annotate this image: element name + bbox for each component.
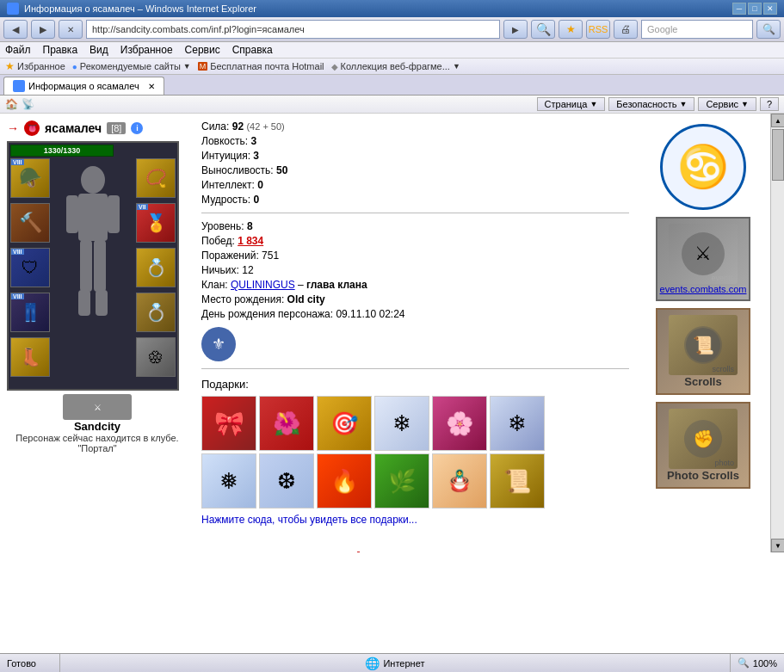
events-link[interactable]: events.combats.com xyxy=(660,284,747,294)
gift-item[interactable]: ❅ xyxy=(201,453,256,509)
menu-edit[interactable]: Правка xyxy=(43,44,78,56)
go-button[interactable]: ▶ xyxy=(503,20,528,39)
level-label: Уровень: xyxy=(201,220,244,232)
guild-badge-icon[interactable]: ⚜ xyxy=(201,327,236,361)
menu-favorites[interactable]: Избранное xyxy=(120,44,173,56)
search-bar[interactable]: Google xyxy=(641,20,753,39)
search-go-button[interactable]: 🔍 xyxy=(756,20,781,39)
print-button[interactable]: 🖨 xyxy=(614,20,638,39)
security-button[interactable]: Безопасность ▼ xyxy=(608,97,694,111)
refresh-stop-button[interactable]: ✕ xyxy=(59,20,83,39)
stat-clan: Клан: QULININGUS – глава клана xyxy=(201,279,629,291)
address-text: http://sandcity.combats.com/inf.pl?login… xyxy=(92,24,494,34)
equipment-grid: 1330/1330 xyxy=(7,141,179,391)
stat-divider-1 xyxy=(201,213,629,213)
address-bar[interactable]: http://sandcity.combats.com/inf.pl?login… xyxy=(86,20,500,39)
scroll-down-button[interactable]: ▼ xyxy=(771,539,784,552)
wins-value[interactable]: 1 834 xyxy=(238,235,263,247)
close-button[interactable]: ✕ xyxy=(763,3,777,15)
character-main: → 👅 ясамалеч [8] i 1330/1330 xyxy=(7,120,763,552)
help-button[interactable]: ? xyxy=(760,97,779,111)
hp-max: 1330 xyxy=(63,146,80,155)
gift-item[interactable]: 📜 xyxy=(490,453,545,509)
restore-button[interactable]: □ xyxy=(748,3,762,15)
char-silhouette xyxy=(59,160,127,332)
minimize-button[interactable]: ─ xyxy=(732,3,746,15)
service-button[interactable]: Сервис ▼ xyxy=(698,97,756,111)
active-tab[interactable]: Информация о ясамалеч ✕ xyxy=(3,77,164,95)
gift-item[interactable]: 🪆 xyxy=(432,453,487,509)
favorites-folder[interactable]: ★ Избранное xyxy=(5,60,65,72)
favorites-star[interactable]: ★ xyxy=(559,20,583,39)
slot-weapon[interactable]: 🔨 xyxy=(10,203,50,243)
gift-item[interactable]: ❆ xyxy=(259,453,314,509)
slot-shield[interactable]: VIII 🛡 xyxy=(10,248,50,287)
collection-link[interactable]: ◆ Коллекция веб-фрагме... ▼ xyxy=(331,61,460,71)
events-banner[interactable]: ⚔ events events.combats.com xyxy=(656,217,750,301)
page-button[interactable]: Страница ▼ xyxy=(537,97,606,111)
slot-badge[interactable]: 🏵 xyxy=(136,337,176,377)
wisdom-value: 0 xyxy=(254,194,260,206)
stat-strength: Сила: 92 (42 + 50) xyxy=(201,120,629,133)
agility-value: 3 xyxy=(250,135,256,147)
gift-item[interactable]: ❄ xyxy=(490,396,545,451)
slot-legs[interactable]: VIII 👖 xyxy=(10,293,50,332)
menu-file[interactable]: Файл xyxy=(5,44,31,56)
scrolls-banner[interactable]: 📜 scrolls Scrolls xyxy=(656,308,750,395)
favorites-label: Избранное xyxy=(17,61,65,71)
search-icon[interactable]: 🔍 xyxy=(531,20,555,39)
strength-label: Сила: xyxy=(201,120,229,133)
slot-amulet[interactable]: 📿 xyxy=(136,158,176,198)
scroll-up-button[interactable]: ▲ xyxy=(771,114,784,127)
menu-service[interactable]: Сервис xyxy=(185,44,220,56)
photo-scrolls-banner[interactable]: ✊ photo Photo Scrolls xyxy=(656,402,750,489)
title-arrow: → xyxy=(7,121,19,135)
left-panel: → 👅 ясамалеч [8] i 1330/1330 xyxy=(7,120,188,552)
agility-label: Ловкость: xyxy=(201,135,248,147)
back-button[interactable]: ◀ xyxy=(3,20,28,39)
gift-item[interactable]: 🎯 xyxy=(317,396,372,451)
slot-armor[interactable]: VII 🏅 xyxy=(136,203,176,243)
info-icon[interactable]: i xyxy=(131,122,143,134)
service-label: Сервис xyxy=(706,99,738,109)
level-value: 8 xyxy=(247,220,253,232)
hotmail-link[interactable]: M Бесплатная почта Hotmail xyxy=(198,61,324,71)
recommended-sites[interactable]: ● Рекомендуемые сайты ▼ xyxy=(72,61,191,71)
gift-item[interactable]: 🌸 xyxy=(432,396,487,451)
gift-item[interactable]: ❄ xyxy=(374,396,429,451)
stat-intuition: Интуиция: 3 xyxy=(201,150,629,162)
svg-rect-1 xyxy=(78,194,108,241)
gift-item[interactable]: 🌿 xyxy=(374,453,429,509)
scrollbar[interactable]: ▲ ▼ xyxy=(770,114,784,552)
page-content: → 👅 ясамалеч [8] i 1330/1330 xyxy=(0,114,770,552)
anketa-section: Анкетные данные xyxy=(201,550,629,552)
intellect-label: Интеллект: xyxy=(201,179,255,191)
tab-close-icon[interactable]: ✕ xyxy=(148,82,155,91)
guild-icon-area: ⚜ xyxy=(201,327,629,361)
strength-extra: (42 + 50) xyxy=(246,121,284,132)
slot-ring2[interactable]: 💍 xyxy=(136,293,176,332)
gift-item[interactable]: 🎀 xyxy=(201,396,256,451)
clan-name-link[interactable]: QULININGUS xyxy=(231,279,295,291)
slot-boots[interactable]: 👢 xyxy=(10,337,50,377)
menu-view[interactable]: Вид xyxy=(90,44,108,56)
gifts-grid: 🎀 🌺 🎯 ❄ 🌸 xyxy=(201,396,546,509)
right-sidebar: ♋ ⚔ events events.combats.com 📜 xyxy=(643,120,763,552)
see-all-gifts-link[interactable]: Нажмите сюда, чтобы увидеть все подарки.… xyxy=(201,514,629,526)
clan-role: глава клана xyxy=(306,279,367,291)
menu-help[interactable]: Справка xyxy=(232,44,273,56)
gift-item[interactable]: 🌺 xyxy=(259,396,314,451)
photo-text-small: photo xyxy=(714,459,734,467)
stat-endurance: Выносливость: 50 xyxy=(201,164,629,176)
stat-birthplace: Место рождения: Old city xyxy=(201,293,629,305)
slot-helm[interactable]: VIII 🪖 xyxy=(10,158,50,198)
rss-button[interactable]: RSS xyxy=(586,20,610,39)
forward-button[interactable]: ▶ xyxy=(31,20,55,39)
endurance-value: 50 xyxy=(276,164,287,176)
scrolls-label: Scrolls xyxy=(684,375,721,388)
losses-label: Поражений: xyxy=(201,250,259,262)
zoom-level: 100% xyxy=(753,658,777,669)
gift-item[interactable]: 🔥 xyxy=(317,453,372,509)
scroll-thumb[interactable] xyxy=(772,129,784,181)
slot-ring1[interactable]: 💍 xyxy=(136,248,176,287)
